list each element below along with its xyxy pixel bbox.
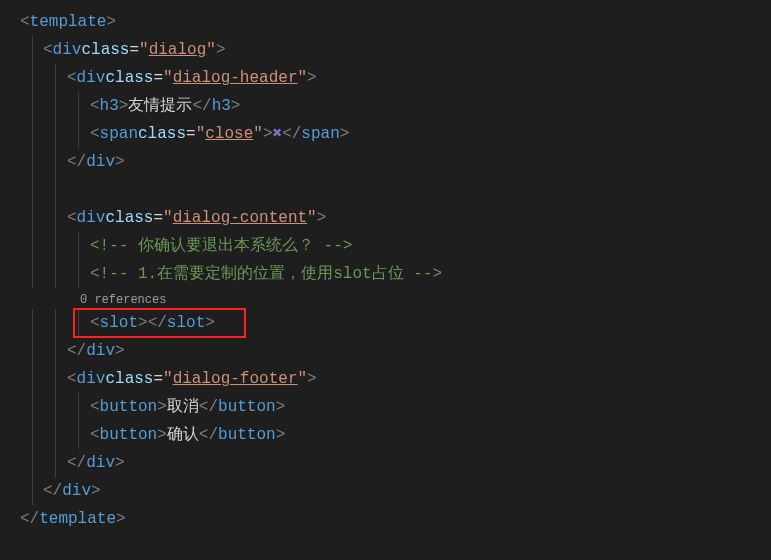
code-line[interactable]: </div> (0, 148, 771, 176)
tag-div: div (53, 36, 82, 64)
code-line[interactable]: <!-- 你确认要退出本系统么？ --> (0, 232, 771, 260)
code-line[interactable]: <div class="dialog-content"> (0, 204, 771, 232)
comment-1: 你确认要退出本系统么？ (138, 232, 314, 260)
class-dialog-footer: dialog-footer (173, 365, 298, 393)
button-confirm-text: 确认 (167, 421, 199, 449)
code-line-empty[interactable] (0, 176, 771, 204)
code-line[interactable]: </div> (0, 449, 771, 477)
code-line[interactable]: <div class="dialog-footer"> (0, 365, 771, 393)
code-editor-content[interactable]: <template> <div class="dialog"> <div cla… (0, 8, 771, 533)
tag-h3-close: h3 (212, 92, 231, 120)
tag-div-close: div (86, 337, 115, 365)
attr-class: class (138, 120, 186, 148)
code-line[interactable]: <!-- 1.在需要定制的位置，使用slot占位 --> (0, 260, 771, 288)
button-cancel-text: 取消 (167, 393, 199, 421)
code-line[interactable]: </div> (0, 337, 771, 365)
tag-div: div (77, 204, 106, 232)
tag-slot: slot (100, 309, 138, 337)
tag-template-close: template (39, 505, 116, 533)
code-line[interactable]: <h3>友情提示</h3> (0, 92, 771, 120)
code-line[interactable]: <button>取消</button> (0, 393, 771, 421)
tag-button-close: button (218, 421, 276, 449)
tag-h3: h3 (100, 92, 119, 120)
attr-class: class (105, 365, 153, 393)
tag-div: div (77, 64, 106, 92)
class-dialog-header: dialog-header (173, 64, 298, 92)
tag-button: button (100, 393, 158, 421)
code-line[interactable]: <button>确认</button> (0, 421, 771, 449)
class-dialog: dialog (149, 36, 207, 64)
attr-class: class (105, 204, 153, 232)
tag-slot-close: slot (167, 309, 205, 337)
code-line[interactable]: </template> (0, 505, 771, 533)
tag-div-close: div (86, 449, 115, 477)
tag-span: span (100, 120, 138, 148)
tag-div: div (77, 365, 106, 393)
close-icon: ✖ (272, 120, 282, 148)
code-line[interactable]: </div> (0, 477, 771, 505)
h3-text: 友情提示 (128, 92, 192, 120)
tag-button-close: button (218, 393, 276, 421)
attr-class: class (105, 64, 153, 92)
code-line[interactable]: <template> (0, 8, 771, 36)
comment-2: 1.在需要定制的位置，使用slot占位 (138, 260, 404, 288)
code-line-slot[interactable]: <slot></slot> (0, 309, 771, 337)
code-line[interactable]: <div class="dialog"> (0, 36, 771, 64)
tag-div-close: div (86, 148, 115, 176)
codelens-references[interactable]: 0 references (0, 292, 771, 309)
code-line[interactable]: <span class="close">✖</span> (0, 120, 771, 148)
class-close: close (205, 120, 253, 148)
tag-div-close: div (62, 477, 91, 505)
tag-span-close: span (301, 120, 339, 148)
code-line[interactable]: <div class="dialog-header"> (0, 64, 771, 92)
tag-button: button (100, 421, 158, 449)
tag-template: template (30, 8, 107, 36)
class-dialog-content: dialog-content (173, 204, 307, 232)
attr-class: class (81, 36, 129, 64)
